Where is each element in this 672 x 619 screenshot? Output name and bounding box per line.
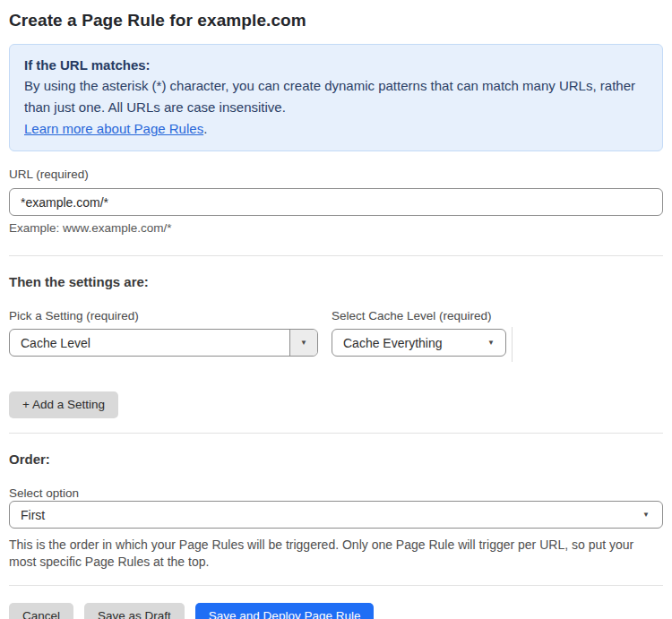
url-field-label: URL (required) xyxy=(9,168,663,182)
setting-picker-dropdown[interactable]: Cache Level ▼ xyxy=(9,329,318,357)
section-divider xyxy=(9,433,663,434)
page-rules-learn-more-link[interactable]: Learn more about Page Rules xyxy=(24,121,203,136)
cache-level-column: Select Cache Level (required) Cache Ever… xyxy=(332,309,506,362)
link-suffix: . xyxy=(203,121,207,136)
save-and-deploy-button[interactable]: Save and Deploy Page Rule xyxy=(195,603,375,619)
order-helper-text: This is the order in which your Page Rul… xyxy=(9,537,654,571)
setting-picker-value: Cache Level xyxy=(10,336,289,350)
settings-section-heading: Then the settings are: xyxy=(9,274,663,290)
info-box-body: By using the asterisk (*) character, you… xyxy=(24,75,648,118)
info-box-heading: If the URL matches: xyxy=(24,55,648,75)
url-match-info-box: If the URL matches: By using the asteris… xyxy=(9,44,663,151)
order-select-value: First xyxy=(10,508,642,522)
setting-row-divider xyxy=(512,327,513,362)
section-divider xyxy=(9,255,663,256)
url-field-helper: Example: www.example.com/* xyxy=(9,221,663,236)
chevron-down-icon[interactable]: ▼ xyxy=(289,330,317,356)
cache-level-label: Select Cache Level (required) xyxy=(332,309,506,323)
chevron-down-icon: ▼ xyxy=(487,339,505,347)
info-link-line: Learn more about Page Rules. xyxy=(24,118,648,140)
chevron-down-icon: ▼ xyxy=(642,511,662,519)
cache-level-dropdown[interactable]: Cache Everything ▼ xyxy=(332,329,506,357)
create-page-rule-form: Create a Page Rule for example.com If th… xyxy=(0,0,672,619)
order-select[interactable]: First ▼ xyxy=(9,501,663,529)
order-section-heading: Order: xyxy=(9,451,663,468)
setting-picker-column: Pick a Setting (required) Cache Level ▼ xyxy=(9,309,318,362)
page-title: Create a Page Rule for example.com xyxy=(9,10,663,30)
order-select-label: Select option xyxy=(9,486,663,501)
cancel-button[interactable]: Cancel xyxy=(9,603,73,619)
add-setting-button[interactable]: + Add a Setting xyxy=(9,391,118,418)
url-input[interactable] xyxy=(9,188,663,216)
footer-actions: Cancel Save as Draft Save and Deploy Pag… xyxy=(9,603,663,619)
settings-row: Pick a Setting (required) Cache Level ▼ … xyxy=(9,309,663,362)
footer-divider xyxy=(9,585,663,586)
setting-picker-label: Pick a Setting (required) xyxy=(9,309,318,323)
save-as-draft-button[interactable]: Save as Draft xyxy=(84,603,185,619)
cache-level-value: Cache Everything xyxy=(332,336,487,350)
